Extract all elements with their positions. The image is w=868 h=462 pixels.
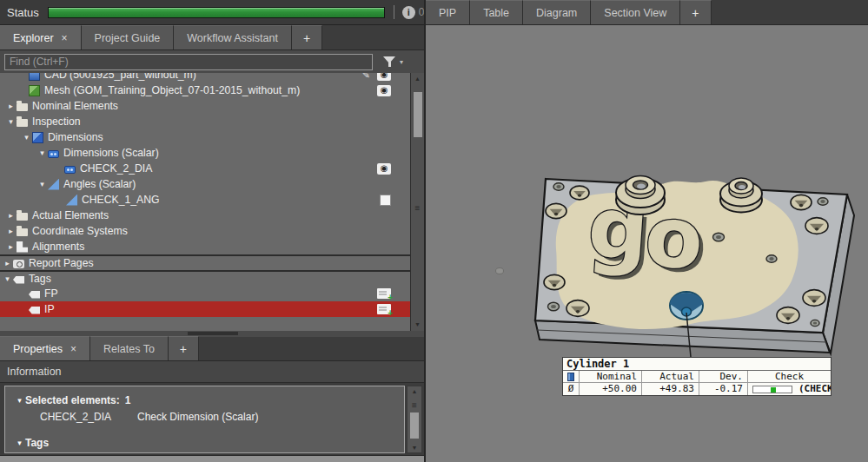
scroll-thumb[interactable] — [410, 412, 419, 439]
viewport-tab-section-view[interactable]: Section View — [591, 0, 680, 24]
dimensions-icon — [32, 132, 43, 143]
tree-item-nominal-elements[interactable]: ▸Nominal Elements — [0, 98, 410, 114]
check-cell: (CHECK_2_DIA) — [747, 383, 831, 395]
eye-icon[interactable]: ◉ — [377, 85, 391, 96]
scroll-down-icon[interactable]: ▼ — [411, 321, 424, 327]
tree-item-dimensions[interactable]: ▾Dimensions — [0, 129, 410, 145]
collapse-arrow-icon[interactable]: ▾ — [14, 439, 25, 447]
tree-item-angles-scalar[interactable]: ▾Angles (Scalar) — [0, 176, 410, 192]
report-pages-icon — [13, 260, 24, 268]
tree-item-label: FP — [44, 287, 58, 300]
tree-item-label: Report Pages — [29, 257, 94, 269]
folder-icon — [17, 103, 28, 111]
note-add-icon[interactable] — [377, 288, 391, 299]
tag-icon — [29, 307, 40, 314]
tab-properties[interactable]: Properties× — [0, 336, 90, 360]
tree-item-tags[interactable]: ▾Tags — [0, 270, 410, 286]
scroll-up-icon[interactable]: ▲ — [407, 388, 421, 394]
properties-tab-bar: Properties×Relates To+ — [0, 337, 425, 361]
tree-item-dimensions-scalar[interactable]: ▾Dimensions (Scalar) — [0, 145, 410, 161]
col-nominal: Nominal — [579, 371, 641, 383]
right-side: PIPTableDiagramSection View+ g o g o — [426, 0, 868, 462]
eye-icon[interactable]: ◉ — [377, 163, 391, 175]
tab-label: + — [692, 6, 699, 20]
close-icon[interactable]: × — [70, 343, 76, 355]
tree-item-inspection[interactable]: ▾Inspection — [0, 114, 410, 129]
selected-element-row[interactable]: CHECK_2_DIA Check Dimension (Scalar) — [14, 409, 404, 424]
check-status-marker — [771, 387, 776, 393]
scroll-thumb[interactable] — [414, 92, 422, 137]
expander-icon[interactable]: ▾ — [21, 133, 32, 142]
tree-item-label: Inspection — [32, 116, 81, 128]
status-bar: Status 0 — [0, 0, 425, 25]
cylinder-element-icon — [567, 373, 574, 381]
tree-item-check-1-ang[interactable]: CHECK_1_ANG — [0, 192, 410, 208]
tree-item-coordinate-systems[interactable]: ▸Coordinate Systems — [0, 223, 410, 239]
filter-funnel-icon[interactable] — [383, 56, 395, 68]
find-input[interactable] — [4, 54, 373, 70]
tab-workflow-assistant[interactable]: Workflow Assistant — [174, 25, 292, 50]
close-icon[interactable]: × — [62, 32, 68, 44]
element-icon-cell — [563, 371, 579, 383]
tree-item-label: Tags — [29, 273, 51, 285]
expander-icon[interactable]: ▸ — [5, 102, 17, 110]
filter-caret-icon[interactable]: ▾ — [400, 58, 403, 66]
viewport-tab-pip[interactable]: PIP — [426, 0, 470, 24]
status-label: Status — [7, 6, 39, 19]
tab-relates-to[interactable]: Relates To — [90, 336, 169, 360]
scroll-down-icon[interactable]: ▼ — [407, 445, 421, 451]
folder-icon — [17, 119, 28, 127]
tree-scrollbar[interactable]: ▲ ≡ ▼ — [410, 73, 424, 331]
viewport-tab-tab[interactable]: + — [680, 0, 711, 24]
tree-item-label: CHECK_2_DIA — [80, 162, 152, 175]
tab-tab[interactable]: + — [292, 25, 322, 50]
selected-elements-line[interactable]: ▾ Selected elements: 1 — [14, 393, 404, 407]
part-3d-view[interactable]: g o g o — [426, 25, 868, 462]
tree-item-check-2-dia[interactable]: CHECK_2_DIA◉ — [0, 161, 410, 176]
tree-item-mesh-gom-training-object-07-01-2015-without-m[interactable]: Mesh (GOM_Training_Object_07-01-2015_wit… — [0, 82, 410, 98]
information-title: Information — [7, 366, 62, 378]
expander-icon[interactable]: ▸ — [5, 227, 17, 235]
tags-line[interactable]: ▾ Tags — [14, 435, 404, 450]
3d-viewport[interactable]: g o g o — [426, 25, 868, 462]
dimension-annotation[interactable]: Cylinder 1 Nominal Actual Dev. Check Ø +… — [562, 357, 832, 396]
expander-icon[interactable]: ▾ — [36, 180, 48, 188]
eye-icon[interactable]: ◉ — [377, 73, 391, 81]
explorer-tab-bar: Explorer×Project GuideWorkflow Assistant… — [0, 25, 425, 50]
deviation-value: -0.17 — [699, 383, 747, 395]
tree-item-report-pages[interactable]: ▸Report Pages — [0, 254, 410, 270]
information-scrollbar[interactable]: ▲ ≡ ▼ — [407, 386, 422, 453]
tree-item-actual-elements[interactable]: ▸Actual Elements — [0, 208, 410, 223]
info-icon[interactable] — [402, 6, 415, 19]
note-add-icon[interactable] — [377, 304, 391, 314]
stray-point — [496, 268, 504, 274]
viewport-tab-diagram[interactable]: Diagram — [523, 0, 591, 24]
viewport-tab-table[interactable]: Table — [470, 0, 523, 24]
tree-item-alignments[interactable]: ▸Alignments — [0, 239, 410, 254]
splitter-handle[interactable] — [188, 332, 238, 335]
expander-icon[interactable]: ▾ — [5, 117, 17, 126]
collapse-arrow-icon[interactable]: ▾ — [14, 396, 25, 405]
expander-icon[interactable]: ▾ — [2, 274, 13, 283]
expander-icon[interactable]: ▾ — [36, 148, 48, 157]
expander-icon[interactable]: ▸ — [5, 211, 17, 220]
expander-icon[interactable]: ▸ — [2, 259, 13, 267]
scrollbar-grip-icon[interactable]: ≡ — [407, 400, 421, 410]
tab-tab[interactable]: + — [169, 336, 199, 360]
status-divider — [394, 5, 394, 19]
tree-item-ip[interactable]: IP — [0, 301, 410, 317]
scroll-up-icon[interactable]: ▲ — [411, 76, 424, 82]
tab-project-guide[interactable]: Project Guide — [82, 25, 175, 50]
tab-explorer[interactable]: Explorer× — [0, 25, 82, 50]
tree-item-cad-5001925-part-without-m[interactable]: CAD (5001925_part_without_m)✎◉ — [0, 73, 410, 82]
visibility-checkbox[interactable] — [380, 195, 391, 206]
find-row: ▾ — [0, 50, 425, 73]
pencil-icon[interactable]: ✎ — [362, 73, 370, 81]
expander-icon[interactable]: ▸ — [5, 242, 17, 251]
tab-label: Project Guide — [95, 32, 161, 44]
tree-item-fp[interactable]: FP — [0, 286, 410, 301]
tree-item-label: Alignments — [32, 241, 84, 253]
mesh-icon — [29, 85, 40, 96]
scrollbar-grip-icon[interactable]: ≡ — [411, 203, 424, 213]
check-reference: (CHECK_2_DIA) — [798, 383, 831, 395]
